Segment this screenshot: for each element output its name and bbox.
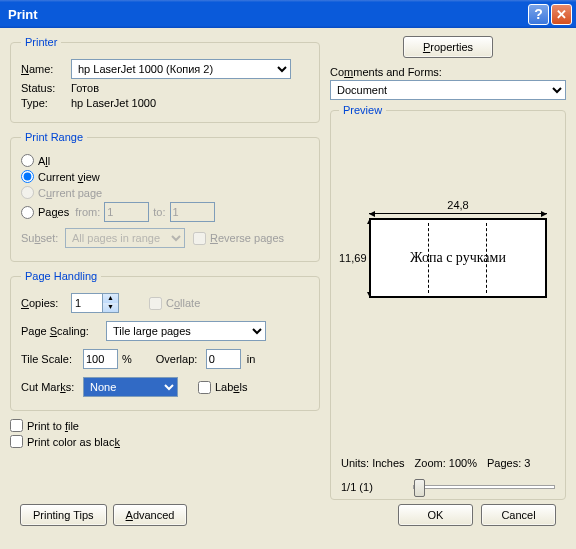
cancel-button[interactable]: Cancel	[481, 504, 556, 526]
subset-select: All pages in range	[65, 228, 185, 248]
collate-checkbox	[149, 297, 162, 310]
to-label: to:	[153, 206, 165, 218]
printer-group: Printer Name: hp LaserJet 1000 (Копия 2)…	[10, 36, 320, 123]
reverse-checkbox	[193, 232, 206, 245]
print-range-group: Print Range All Current view Current pag…	[10, 131, 320, 262]
spinner-up-icon[interactable]: ▲	[103, 294, 118, 303]
page-counter: 1/1 (1)	[341, 481, 373, 493]
to-input	[170, 202, 215, 222]
type-value: hp LaserJet 1000	[71, 97, 156, 109]
all-label: All	[38, 155, 50, 167]
preview-group: Preview 24,8 11,69 Жопа с ручками	[330, 110, 566, 500]
copies-label: Copies:	[21, 297, 71, 309]
printing-tips-button[interactable]: Printing Tips	[20, 504, 107, 526]
pages-radio[interactable]	[21, 206, 34, 219]
print-black-checkbox[interactable]	[10, 435, 23, 448]
window-title: Print	[4, 7, 526, 22]
help-button[interactable]: ?	[528, 4, 549, 25]
all-radio[interactable]	[21, 154, 34, 167]
preview-width: 24,8	[369, 199, 547, 211]
tile-scale-input[interactable]	[83, 349, 118, 369]
preview-content: Жопа с ручками	[410, 250, 506, 266]
overlap-label: Overlap:	[156, 353, 206, 365]
current-page-label: Current page	[38, 187, 102, 199]
printer-name-select[interactable]: hp LaserJet 1000 (Копия 2)	[71, 59, 291, 79]
tile-line-icon	[486, 223, 487, 293]
preview-diagram: 24,8 11,69 Жопа с ручками	[369, 199, 547, 298]
pages-count: Pages: 3	[487, 457, 530, 469]
zoom-label: Zoom: 100%	[415, 457, 477, 469]
tile-scale-label: Tile Scale:	[21, 353, 83, 365]
reverse-label: Reverse pages	[210, 232, 284, 244]
preview-height: 11,69	[339, 252, 367, 264]
printer-legend: Printer	[21, 36, 61, 48]
page-handling-group: Page Handling Copies: ▲▼ Collate Page Sc…	[10, 270, 320, 411]
range-legend: Print Range	[21, 131, 87, 143]
print-to-file-label: Print to file	[27, 420, 79, 432]
properties-button[interactable]: Properties	[403, 36, 493, 58]
page-slider[interactable]	[413, 485, 555, 489]
print-to-file-checkbox[interactable]	[10, 419, 23, 432]
overlap-input[interactable]	[206, 349, 241, 369]
advanced-button[interactable]: Advanced	[113, 504, 188, 526]
handling-legend: Page Handling	[21, 270, 101, 282]
spinner-down-icon[interactable]: ▼	[103, 303, 118, 312]
current-page-radio	[21, 186, 34, 199]
units-label: Units: Inches	[341, 457, 405, 469]
preview-legend: Preview	[339, 104, 386, 116]
pages-label: Pages	[38, 206, 69, 218]
scaling-label: Page Scaling:	[21, 325, 106, 337]
comments-label: Comments and Forms:	[330, 66, 566, 78]
status-value: Готов	[71, 82, 99, 94]
scaling-select[interactable]: Tile large pages	[106, 321, 266, 341]
ok-button[interactable]: OK	[398, 504, 473, 526]
percent-label: %	[122, 353, 132, 365]
close-button[interactable]: ✕	[551, 4, 572, 25]
from-input	[104, 202, 149, 222]
preview-page: Жопа с ручками	[369, 218, 547, 298]
slider-thumb-icon[interactable]	[414, 479, 425, 497]
current-view-radio[interactable]	[21, 170, 34, 183]
print-black-label: Print color as black	[27, 436, 120, 448]
cut-marks-select[interactable]: None	[83, 377, 178, 397]
width-arrow-icon	[369, 213, 547, 214]
labels-checkbox[interactable]	[198, 381, 211, 394]
name-label: Name:	[21, 63, 71, 75]
collate-label: Collate	[166, 297, 200, 309]
copies-input[interactable]	[72, 295, 102, 311]
overlap-unit: in	[247, 353, 256, 365]
from-label: from:	[75, 206, 100, 218]
type-label: Type:	[21, 97, 71, 109]
labels-label: Labels	[215, 381, 247, 393]
comments-select[interactable]: Document	[330, 80, 566, 100]
tile-line-icon	[428, 223, 429, 293]
copies-spinner[interactable]: ▲▼	[71, 293, 119, 313]
titlebar: Print ? ✕	[0, 0, 576, 28]
cut-marks-label: Cut Marks:	[21, 381, 83, 393]
subset-label: Subset:	[21, 232, 65, 244]
status-label: Status:	[21, 82, 71, 94]
current-view-label: Current view	[38, 171, 100, 183]
